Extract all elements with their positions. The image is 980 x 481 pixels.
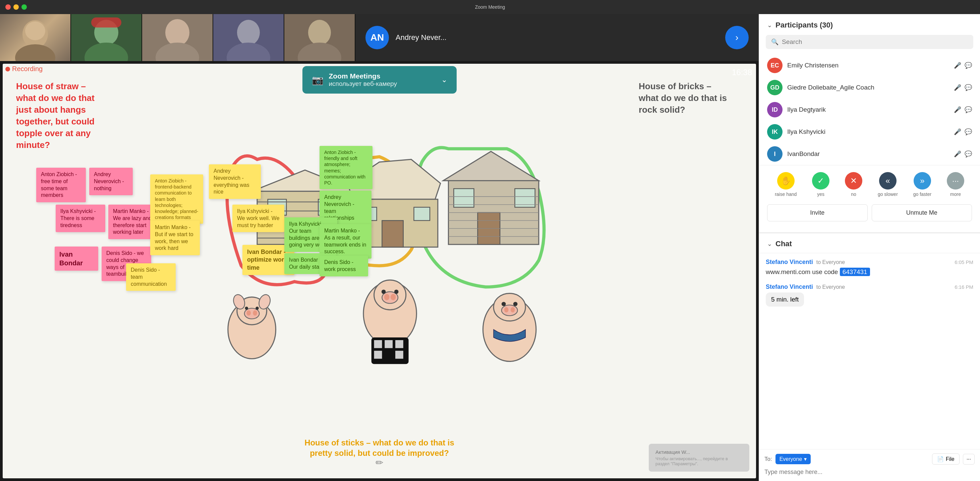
- banner-chevron-icon: ⌄: [441, 75, 447, 84]
- right-panel: ⌄ Participants (30) 🔍 EC Emily Christens…: [759, 14, 980, 481]
- list-item: EC Emily Christensen 🎤 💬: [762, 54, 977, 76]
- svg-point-48: [257, 293, 272, 311]
- search-icon: 🔍: [771, 38, 778, 46]
- chat-header: ⌄ Chat: [759, 233, 980, 253]
- zoom-camera-banner[interactable]: 📷 Zoom Meetings использует веб-камеру ⌄: [302, 66, 457, 94]
- svg-point-49: [245, 307, 248, 310]
- search-bar[interactable]: 🔍: [766, 35, 973, 49]
- list-item: ID Ilya Degtyarik 🎤 💬: [762, 99, 977, 121]
- svg-point-44: [244, 308, 259, 319]
- svg-point-56: [382, 290, 386, 294]
- chat-to-row: To: Everyone ▾ 📄 File ···: [764, 454, 975, 465]
- svg-point-52: [374, 280, 406, 310]
- sticky-note: Ilya Kshyvicki - There is some tiredness: [56, 205, 105, 232]
- thumbnail-4[interactable]: [213, 14, 284, 61]
- chat-sender: Stefano Vincenti: [766, 284, 813, 290]
- sticky-note: Andrey Neverovich - everything was nice: [209, 164, 261, 199]
- participant-list: EC Emily Christensen 🎤 💬 GD Giedre Dolie…: [759, 54, 980, 165]
- go-slower-icon: «: [879, 172, 897, 190]
- activation-watermark: Активация W... Чтобы активировать..., пе…: [649, 444, 749, 471]
- named-participant-name: Andrey Never...: [396, 33, 447, 42]
- chat-icon: 💬: [964, 62, 972, 69]
- avatar: EC: [767, 58, 783, 73]
- chat-icon: 💬: [964, 128, 972, 135]
- svg-point-50: [256, 307, 259, 310]
- svg-point-51: [363, 282, 417, 346]
- raise-hand-button[interactable]: ✋ raise hand: [775, 172, 797, 197]
- chat-recipient: to Everyone: [816, 284, 845, 290]
- avatar: GD: [767, 80, 783, 95]
- svg-rect-63: [395, 351, 403, 359]
- participants-header: ⌄ Participants (30): [759, 21, 980, 35]
- participant-name: IvanBondar: [787, 150, 949, 158]
- chat-more-button[interactable]: ···: [963, 454, 975, 465]
- chat-code: 6437431: [840, 268, 870, 276]
- svg-point-47: [232, 293, 247, 311]
- svg-rect-61: [395, 340, 403, 348]
- chat-sender: Stefano Vincenti: [766, 259, 813, 266]
- banner-title: Zoom Meetings: [329, 72, 397, 80]
- svg-rect-5: [91, 18, 121, 27]
- minimize-button[interactable]: [13, 4, 19, 10]
- svg-point-53: [382, 292, 398, 304]
- svg-point-2: [15, 44, 55, 61]
- participant-name: Emily Christensen: [787, 62, 949, 69]
- chat-to-select[interactable]: Everyone ▾: [775, 454, 811, 464]
- svg-rect-58: [371, 338, 409, 364]
- no-button[interactable]: ✕ no: [845, 172, 862, 197]
- recording-dot: [5, 67, 10, 72]
- svg-point-65: [493, 293, 525, 321]
- camera-icon: 📷: [312, 75, 323, 86]
- svg-point-42: [228, 300, 276, 358]
- sticky-note: Denis Sido - work process: [320, 256, 368, 276]
- go-slower-button[interactable]: « go slower: [878, 172, 898, 197]
- mute-icon: 🎤: [954, 150, 961, 158]
- banner-subtitle: использует веб-камеру: [329, 80, 397, 88]
- svg-point-1: [25, 21, 45, 40]
- svg-point-54: [384, 294, 390, 300]
- close-button[interactable]: [5, 4, 11, 10]
- list-item: GD Giedre Doliebaite_Agile Coach 🎤 💬: [762, 76, 977, 99]
- svg-point-55: [391, 294, 396, 300]
- whiteboard: House of straw – what do we do that just…: [3, 64, 756, 478]
- chat-timestamp: 6:05 PM: [955, 259, 973, 265]
- participant-name: Ilya Kshyvicki: [787, 128, 949, 135]
- wb-sticks-title: House of sticks – what do we do that is …: [299, 437, 460, 458]
- search-input[interactable]: [782, 38, 968, 46]
- chat-body: 5 min. left: [766, 293, 804, 307]
- action-buttons-row: Invite Unmute Me: [759, 200, 980, 225]
- thumbnail-3[interactable]: [142, 14, 213, 61]
- thumbnail-2[interactable]: [71, 14, 142, 61]
- thumbnail-1[interactable]: [0, 14, 70, 61]
- chat-input[interactable]: [764, 467, 975, 477]
- next-participants-button[interactable]: ›: [725, 26, 749, 49]
- more-reactions-button[interactable]: ··· more: [947, 172, 964, 197]
- file-button[interactable]: 📄 File: [932, 454, 959, 465]
- sticky-note: Denis Sido - team communication: [126, 263, 176, 291]
- mute-icon: 🎤: [954, 84, 961, 91]
- svg-point-64: [483, 298, 536, 361]
- wb-straw-title: House of straw – what do we do that just…: [16, 81, 100, 151]
- svg-point-66: [501, 305, 518, 315]
- svg-rect-32: [449, 181, 539, 245]
- participants-section: ⌄ Participants (30) 🔍 EC Emily Christens…: [759, 14, 980, 232]
- fullscreen-button[interactable]: [21, 4, 27, 10]
- sticky-note: Anton Ziobich - friendly and soft atmosp…: [320, 146, 372, 189]
- participants-chevron-icon[interactable]: ⌄: [767, 21, 772, 29]
- avatar: I: [767, 146, 783, 162]
- unmute-me-button[interactable]: Unmute Me: [872, 204, 972, 221]
- avatar: IK: [767, 124, 783, 140]
- mute-icon: 🎤: [954, 128, 961, 135]
- chat-footer: To: Everyone ▾ 📄 File ···: [759, 449, 980, 481]
- video-area: AN Andrey Never... › 16:38 Recording 📷 Z…: [0, 14, 759, 481]
- sticky-note: Andrey Neverovich - nothing: [89, 168, 133, 195]
- chat-message: Stefano Vincenti to Everyone 6:16 PM 5 m…: [766, 284, 973, 307]
- thumbnail-5[interactable]: [284, 14, 355, 61]
- participant-name: Giedre Doliebaite_Agile Coach: [787, 84, 949, 91]
- invite-button[interactable]: Invite: [767, 204, 868, 221]
- svg-point-46: [253, 310, 257, 315]
- go-faster-button[interactable]: » go faster: [913, 172, 931, 197]
- screen-share-area: House of straw – what do we do that just…: [3, 64, 756, 478]
- chat-chevron-icon[interactable]: ⌄: [767, 240, 772, 248]
- yes-button[interactable]: ✓ yes: [812, 172, 829, 197]
